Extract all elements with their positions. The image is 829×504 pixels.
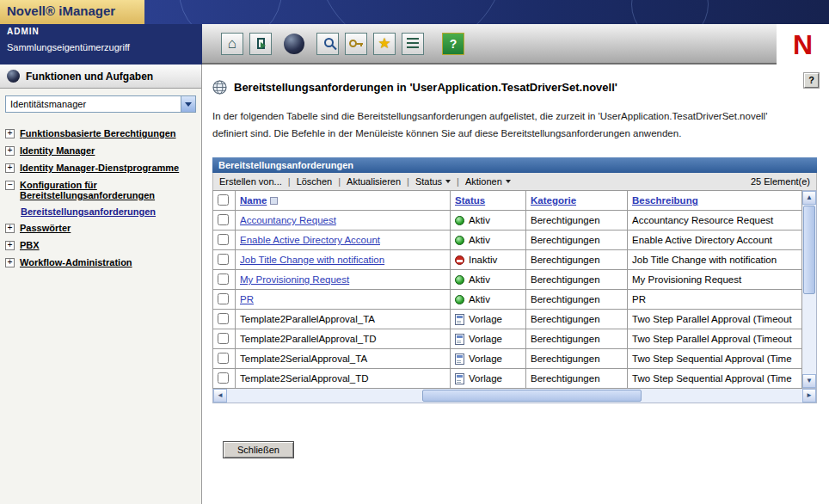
sidebar-item-label[interactable]: PBX xyxy=(20,240,40,250)
description-cell: Enable Active Directory Account xyxy=(628,230,802,250)
roles-and-tasks-icon xyxy=(284,34,304,54)
toolbar-preferences-button[interactable] xyxy=(402,33,424,55)
expand-icon[interactable]: + xyxy=(5,224,15,233)
request-name-link[interactable]: My Provisioning Request xyxy=(240,274,349,285)
expand-icon[interactable]: + xyxy=(5,163,15,173)
row-checkbox[interactable] xyxy=(218,293,229,304)
sidebar-item[interactable]: +Identity Manager-Dienstprogramme xyxy=(5,159,196,176)
sort-by-name-link[interactable]: Name xyxy=(240,195,267,206)
sidebar-item-label[interactable]: Identity Manager-Dienstprogramme xyxy=(20,163,179,173)
sidebar-item[interactable]: +Funktionsbasierte Berechtigungen xyxy=(5,125,196,142)
toolbar-exit-button[interactable] xyxy=(249,33,272,55)
scroll-up-button[interactable]: ▲ xyxy=(802,191,816,205)
banner-arc-decoration xyxy=(179,0,282,24)
status-cell: Aktiv xyxy=(451,211,526,230)
collapse-icon[interactable]: − xyxy=(5,181,15,190)
column-header-category: Kategorie xyxy=(526,191,628,211)
menu-item-status[interactable]: Status xyxy=(415,176,451,187)
row-checkbox[interactable] xyxy=(218,313,229,324)
expand-icon[interactable]: + xyxy=(5,241,15,250)
description-cell: Two Step Sequential Approval (Time xyxy=(628,369,802,389)
row-checkbox[interactable] xyxy=(218,254,229,265)
sidebar-item[interactable]: +PBX xyxy=(5,237,196,254)
collection-label: Sammlungseigentümerzugriff xyxy=(7,42,195,52)
sidebar-item-label[interactable]: Konfiguration für Bereitstellungsanforde… xyxy=(20,180,196,200)
request-name-link[interactable]: Enable Active Directory Account xyxy=(240,235,380,245)
menu-separator: | xyxy=(338,176,341,187)
sort-by-description-link[interactable]: Beschreibung xyxy=(632,195,698,206)
sidebar-item-label[interactable]: Workflow-Administration xyxy=(20,257,132,267)
page-title-row: Bereitstellungsanforderungen in 'UserApp… xyxy=(212,80,817,95)
request-name-link[interactable]: PR xyxy=(240,294,254,304)
scroll-left-button[interactable]: ◄ xyxy=(213,389,227,403)
vertical-scroll-track[interactable] xyxy=(802,295,816,374)
name-cell: Enable Active Directory Account xyxy=(236,230,451,250)
category-cell: Berechtigungen xyxy=(526,290,628,310)
dropdown-arrow-icon xyxy=(445,180,451,186)
expand-icon[interactable]: + xyxy=(5,258,15,267)
row-checkbox[interactable] xyxy=(218,234,229,245)
vertical-scrollbar[interactable]: ▲ ▼ xyxy=(802,190,817,389)
menu-item-refresh[interactable]: Aktualisieren xyxy=(347,176,401,187)
menu-item-actions[interactable]: Aktionen xyxy=(465,176,511,187)
sidebar-item[interactable]: +Workflow-Administration xyxy=(5,254,196,271)
name-cell: Job Title Change with notification xyxy=(236,250,451,270)
row-checkbox[interactable] xyxy=(218,353,229,364)
toolbar-view-objects-button[interactable] xyxy=(316,33,339,55)
sidebar-header: Funktionen und Aufgaben xyxy=(0,65,201,89)
toolbar-configure-button[interactable] xyxy=(345,33,367,55)
horizontal-scrollbar[interactable]: ◄ ► xyxy=(212,389,817,403)
vertical-scroll-thumb[interactable] xyxy=(803,206,815,294)
sidebar-item-label[interactable]: Funktionsbasierte Berechtigungen xyxy=(20,128,176,138)
toolbar-home-button[interactable]: ⌂ xyxy=(221,33,243,55)
request-name-text: Template2SerialApproval_TD xyxy=(240,373,369,384)
status-cell: Vorlage xyxy=(451,329,526,349)
horizontal-scroll-track[interactable] xyxy=(227,389,802,403)
scroll-right-button[interactable]: ► xyxy=(802,389,816,403)
panel-title: Bereitstellungsanforderungen xyxy=(212,157,817,173)
sidebar-subitem-label[interactable]: Bereitstellungsanforderungen xyxy=(21,206,156,217)
expand-icon[interactable]: + xyxy=(5,146,15,156)
page-help-button[interactable]: ? xyxy=(804,73,819,88)
header-second-row: ADMIN Sammlungseigentümerzugriff ⌂ ★ xyxy=(0,24,829,65)
category-cell: Berechtigungen xyxy=(526,270,628,290)
select-all-checkbox[interactable] xyxy=(218,194,229,206)
description-cell: My Provisioning Request xyxy=(628,270,802,290)
close-button[interactable]: Schließen xyxy=(223,441,294,458)
category-dropdown[interactable]: Identitätsmanager xyxy=(5,95,196,113)
table-area: Name Status Kategorie Beschreibung Accou… xyxy=(212,190,817,389)
scroll-down-button[interactable]: ▼ xyxy=(802,374,816,388)
sidebar-item-label[interactable]: Passwörter xyxy=(20,223,71,233)
toolbar-favorites-button[interactable]: ★ xyxy=(373,33,396,55)
sort-by-status-link[interactable]: Status xyxy=(455,195,485,206)
dropdown-button[interactable] xyxy=(181,96,195,112)
sidebar-item[interactable]: +Passwörter xyxy=(5,219,196,237)
category-dropdown-value[interactable]: Identitätsmanager xyxy=(6,96,181,112)
row-checkbox-cell xyxy=(213,369,236,389)
sidebar-item[interactable]: −Konfiguration für Bereitstellungsanford… xyxy=(5,176,196,204)
sidebar-item-label[interactable]: Identity Manager xyxy=(20,145,95,156)
sidebar-item[interactable]: +Identity Manager xyxy=(5,142,196,159)
status-cell: Vorlage xyxy=(451,349,526,369)
toolbar-roles-tasks-button[interactable] xyxy=(283,33,305,55)
request-name-link[interactable]: Job Title Change with notification xyxy=(240,255,384,265)
dropdown-arrow-icon xyxy=(506,180,511,186)
page-title: Bereitstellungsanforderungen in 'UserApp… xyxy=(234,81,617,94)
user-context-area: ADMIN Sammlungseigentümerzugriff xyxy=(0,24,202,65)
toolbar-help-button[interactable]: ? xyxy=(442,33,464,55)
request-name-text: Template2ParallelApproval_TD xyxy=(240,334,377,344)
sidebar-subitem[interactable]: Bereitstellungsanforderungen xyxy=(21,204,196,219)
horizontal-scroll-thumb[interactable] xyxy=(422,390,641,402)
row-checkbox[interactable] xyxy=(218,372,229,384)
expand-icon[interactable]: + xyxy=(5,129,15,138)
request-name-link[interactable]: Accountancy Request xyxy=(240,215,336,225)
menu-item-create[interactable]: Erstellen von... xyxy=(219,176,282,187)
configure-icon xyxy=(349,40,357,47)
sort-by-category-link[interactable]: Kategorie xyxy=(531,195,576,206)
menu-item-delete[interactable]: Löschen xyxy=(297,176,333,187)
table-row: Accountancy RequestAktivBerechtigungenAc… xyxy=(213,211,802,230)
row-checkbox[interactable] xyxy=(218,333,229,344)
select-all-cell xyxy=(213,191,236,211)
row-checkbox[interactable] xyxy=(218,274,229,285)
row-checkbox[interactable] xyxy=(218,214,229,225)
